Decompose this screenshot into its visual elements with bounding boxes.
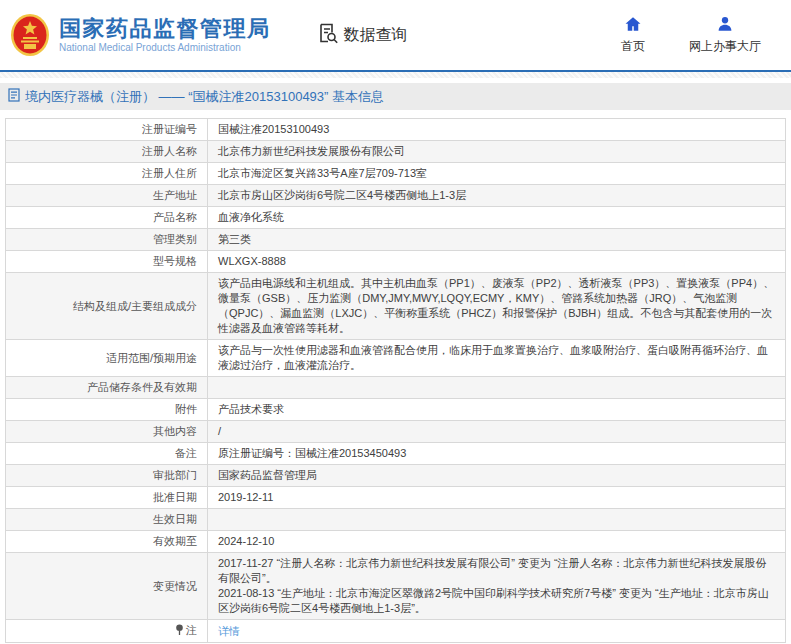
- data-query-tab[interactable]: 数据查询: [317, 22, 408, 48]
- row-label-text: 附件: [175, 403, 197, 415]
- row-value: WLXGX-8888: [208, 251, 786, 273]
- table-row: 附件 产品技术要求: [6, 399, 786, 421]
- row-label-text: 产品储存条件及有效期: [87, 381, 197, 393]
- nav-service-hall[interactable]: 网上办事大厅: [689, 15, 761, 55]
- row-label-text: 审批部门: [153, 469, 197, 481]
- row-label: 生产地址: [6, 185, 208, 207]
- row-value: /: [208, 421, 786, 443]
- nav-home[interactable]: 首页: [621, 15, 645, 55]
- national-emblem-icon: [10, 13, 50, 57]
- row-value: 北京市海淀区复兴路33号A座7层709-713室: [208, 163, 786, 185]
- data-query-label: 数据查询: [344, 25, 408, 46]
- row-value: 原注册证编号：国械注准20153450493: [208, 443, 786, 465]
- table-row: 注 详情: [6, 620, 786, 643]
- site-title-cn: 国家药品监督管理局: [59, 16, 271, 41]
- divider-strip: [0, 72, 791, 78]
- table-row: 有效期至 2024-12-10: [6, 531, 786, 553]
- table-row: 注册人名称 北京伟力新世纪科技发展股份有限公司: [6, 141, 786, 163]
- row-value: 详情: [208, 620, 786, 643]
- row-value: [208, 509, 786, 531]
- document-icon: [8, 88, 20, 105]
- row-value: [208, 377, 786, 399]
- table-row: 生效日期: [6, 509, 786, 531]
- row-value: 血液净化系统: [208, 207, 786, 229]
- row-label: 产品名称: [6, 207, 208, 229]
- row-label: 注册人名称: [6, 141, 208, 163]
- row-label: 适用范围/预期用途: [6, 340, 208, 377]
- breadcrumb: 境内医疗器械（注册） —— “国械注准20153100493” 基本信息: [0, 83, 791, 110]
- row-value: 该产品由电源线和主机组成。其中主机由血泵（PP1）、废液泵（PP2）、透析液泵（…: [208, 273, 786, 340]
- row-label-text: 生产地址: [153, 189, 197, 201]
- row-value: 产品技术要求: [208, 399, 786, 421]
- row-label: 型号规格: [6, 251, 208, 273]
- row-label: 备注: [6, 443, 208, 465]
- pin-icon: [175, 624, 184, 639]
- home-icon: [624, 15, 642, 36]
- table-row: 生产地址 北京市房山区沙岗街6号院二区4号楼西侧地上1-3层: [6, 185, 786, 207]
- row-label-text: 批准日期: [153, 491, 197, 503]
- row-label-text: 型号规格: [153, 255, 197, 267]
- row-label-text: 结构及组成/主要组成成分: [73, 300, 197, 312]
- detail-link[interactable]: 详情: [218, 625, 240, 637]
- row-label: 有效期至: [6, 531, 208, 553]
- row-label: 结构及组成/主要组成成分: [6, 273, 208, 340]
- row-label: 审批部门: [6, 465, 208, 487]
- table-row: 备注 原注册证编号：国械注准20153450493: [6, 443, 786, 465]
- row-label-text: 注册人住所: [142, 167, 197, 179]
- row-label-text: 注册证编号: [142, 123, 197, 135]
- info-table-body: 注册证编号 国械注准20153100493 注册人名称 北京伟力新世纪科技发展股…: [6, 119, 786, 643]
- row-label: 注册证编号: [6, 119, 208, 141]
- row-value: 2019-12-11: [208, 487, 786, 509]
- row-label-text: 备注: [175, 447, 197, 459]
- row-value: 北京伟力新世纪科技发展股份有限公司: [208, 141, 786, 163]
- row-label-text: 有效期至: [153, 535, 197, 547]
- site-logo[interactable]: 国家药品监督管理局 National Medical Products Admi…: [10, 13, 271, 57]
- row-label-text: 其他内容: [153, 425, 197, 437]
- row-value: 北京市房山区沙岗街6号院二区4号楼西侧地上1-3层: [208, 185, 786, 207]
- table-row: 其他内容 /: [6, 421, 786, 443]
- registration-info-table: 注册证编号 国械注准20153100493 注册人名称 北京伟力新世纪科技发展股…: [5, 118, 786, 643]
- document-search-icon: [317, 22, 339, 48]
- table-row: 管理类别 第三类: [6, 229, 786, 251]
- nav-home-label: 首页: [621, 38, 645, 55]
- row-label-text: 变更情况: [153, 580, 197, 592]
- row-value: 2017-11-27 “注册人名称：北京伟力新世纪科技发展有限公司” 变更为 “…: [208, 553, 786, 620]
- row-value: 国家药品监督管理局: [208, 465, 786, 487]
- row-value: 2024-12-10: [208, 531, 786, 553]
- person-icon: [716, 15, 734, 36]
- table-row: 适用范围/预期用途 该产品与一次性使用滤器和血液管路配合使用，临床用于血浆置换治…: [6, 340, 786, 377]
- row-label: 注: [6, 620, 208, 643]
- table-row: 型号规格 WLXGX-8888: [6, 251, 786, 273]
- row-label: 变更情况: [6, 553, 208, 620]
- table-row: 产品储存条件及有效期: [6, 377, 786, 399]
- row-label: 管理类别: [6, 229, 208, 251]
- row-value: 国械注准20153100493: [208, 119, 786, 141]
- table-row: 审批部门 国家药品监督管理局: [6, 465, 786, 487]
- table-row: 批准日期 2019-12-11: [6, 487, 786, 509]
- table-row: 注册人住所 北京市海淀区复兴路33号A座7层709-713室: [6, 163, 786, 185]
- row-label-text: 适用范围/预期用途: [106, 352, 197, 364]
- row-value: 该产品与一次性使用滤器和血液管路配合使用，临床用于血浆置换治疗、血浆吸附治疗、蛋…: [208, 340, 786, 377]
- row-label-text: 注: [186, 624, 197, 636]
- breadcrumb-text: 境内医疗器械（注册） —— “国械注准20153100493” 基本信息: [25, 88, 384, 106]
- table-row: 变更情况 2017-11-27 “注册人名称：北京伟力新世纪科技发展有限公司” …: [6, 553, 786, 620]
- table-row: 结构及组成/主要组成成分 该产品由电源线和主机组成。其中主机由血泵（PP1）、废…: [6, 273, 786, 340]
- site-header: 国家药品监督管理局 National Medical Products Admi…: [0, 0, 791, 72]
- row-label: 批准日期: [6, 487, 208, 509]
- row-label-text: 管理类别: [153, 233, 197, 245]
- table-row: 产品名称 血液净化系统: [6, 207, 786, 229]
- nav-service-hall-label: 网上办事大厅: [689, 38, 761, 55]
- row-label: 其他内容: [6, 421, 208, 443]
- row-label: 附件: [6, 399, 208, 421]
- row-label-text: 注册人名称: [142, 145, 197, 157]
- row-label: 生效日期: [6, 509, 208, 531]
- row-label-text: 生效日期: [153, 513, 197, 525]
- site-title-en: National Medical Products Administration: [59, 41, 271, 54]
- row-label: 产品储存条件及有效期: [6, 377, 208, 399]
- row-value: 第三类: [208, 229, 786, 251]
- row-label: 注册人住所: [6, 163, 208, 185]
- row-label-text: 产品名称: [153, 211, 197, 223]
- table-row: 注册证编号 国械注准20153100493: [6, 119, 786, 141]
